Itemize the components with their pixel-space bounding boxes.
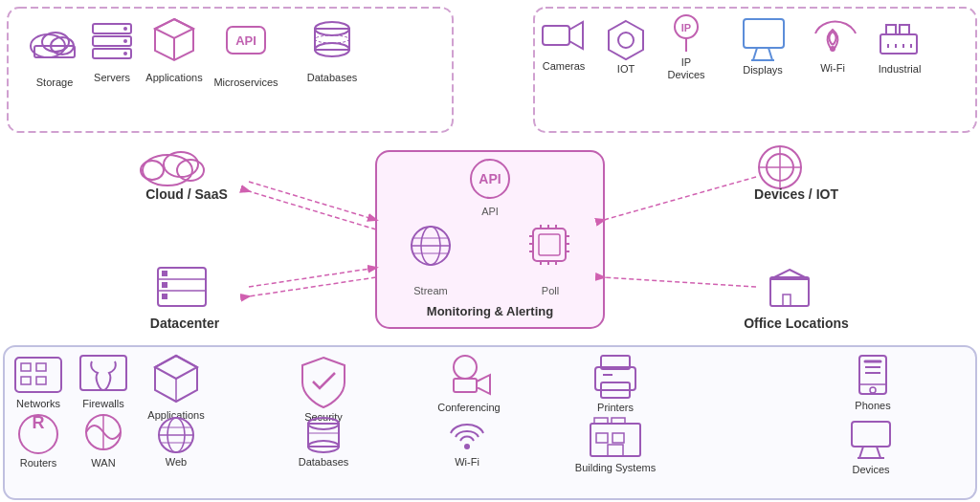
svg-text:Monitoring & Alerting: Monitoring & Alerting [427, 304, 553, 318]
svg-text:Databases: Databases [299, 456, 349, 468]
svg-rect-45 [886, 25, 896, 34]
svg-text:Firewalls: Firewalls [82, 398, 124, 409]
svg-point-22 [315, 43, 349, 56]
svg-text:Industrial: Industrial [879, 63, 922, 75]
svg-rect-143 [601, 356, 630, 369]
svg-text:Building Systems: Building Systems [575, 462, 657, 473]
svg-point-64 [759, 146, 801, 188]
svg-point-23 [315, 35, 349, 43]
svg-point-52 [143, 155, 192, 186]
svg-point-124 [159, 418, 193, 452]
svg-point-10 [123, 39, 127, 43]
svg-rect-161 [852, 422, 890, 447]
svg-rect-26 [543, 26, 569, 45]
svg-rect-154 [859, 356, 886, 394]
svg-rect-150 [596, 433, 608, 443]
svg-line-162 [859, 447, 863, 458]
svg-text:Wi-Fi: Wi-Fi [455, 456, 479, 468]
svg-marker-14 [155, 19, 193, 38]
svg-text:Stream: Stream [413, 285, 447, 296]
svg-text:Poll: Poll [542, 285, 559, 296]
svg-marker-27 [569, 22, 583, 49]
svg-rect-7 [93, 36, 131, 46]
svg-point-2 [42, 33, 69, 52]
svg-point-77 [412, 227, 450, 265]
svg-text:API: API [481, 206, 499, 217]
svg-point-131 [308, 418, 339, 429]
svg-text:Servers: Servers [94, 72, 130, 83]
svg-text:Printers: Printers [597, 402, 634, 413]
svg-point-78 [421, 227, 440, 265]
svg-rect-149 [612, 418, 625, 424]
svg-text:Devices: Devices [667, 69, 705, 80]
svg-rect-106 [15, 358, 61, 392]
svg-rect-62 [162, 294, 167, 299]
svg-rect-0 [8, 8, 453, 132]
svg-point-74 [471, 160, 509, 198]
svg-text:Storage: Storage [36, 76, 74, 88]
svg-line-163 [877, 447, 880, 458]
svg-point-53 [164, 152, 198, 177]
svg-text:Microservices: Microservices [213, 76, 278, 88]
svg-rect-71 [783, 295, 791, 306]
svg-line-39 [768, 48, 772, 60]
svg-line-100 [249, 191, 376, 229]
svg-rect-105 [4, 346, 976, 499]
svg-text:Databases: Databases [307, 72, 358, 83]
svg-rect-73 [376, 151, 604, 328]
svg-text:Devices: Devices [852, 464, 890, 475]
svg-rect-8 [93, 49, 131, 58]
svg-text:Routers: Routers [20, 457, 57, 469]
svg-rect-17 [227, 27, 265, 54]
svg-text:Datacenter: Datacenter [150, 316, 220, 331]
svg-rect-21 [315, 29, 349, 50]
svg-rect-132 [308, 424, 339, 447]
svg-line-38 [753, 48, 757, 60]
svg-rect-57 [158, 268, 206, 306]
svg-line-104 [604, 277, 756, 287]
svg-point-133 [308, 441, 339, 452]
svg-text:Phones: Phones [855, 400, 891, 411]
svg-text:IP: IP [681, 56, 691, 68]
svg-point-112 [19, 415, 57, 453]
svg-text:IOT: IOT [617, 63, 635, 75]
svg-text:Cloud / SaaS: Cloud / SaaS [145, 186, 228, 202]
svg-text:Networks: Networks [16, 398, 60, 409]
svg-text:Security: Security [304, 411, 343, 423]
svg-text:Applications: Applications [147, 409, 205, 421]
svg-text:API: API [479, 171, 501, 186]
svg-rect-37 [744, 19, 784, 48]
svg-point-32 [675, 15, 698, 38]
svg-point-11 [123, 52, 127, 55]
svg-rect-4 [34, 46, 75, 57]
svg-text:Devices / IOT: Devices / IOT [754, 186, 838, 202]
svg-rect-6 [93, 24, 131, 33]
svg-point-30 [618, 33, 634, 48]
svg-rect-107 [21, 363, 31, 371]
svg-rect-148 [594, 418, 608, 424]
svg-marker-70 [770, 270, 809, 279]
svg-text:Web: Web [166, 456, 187, 468]
svg-marker-13 [155, 19, 193, 60]
svg-point-1 [31, 34, 65, 57]
svg-rect-44 [880, 34, 917, 54]
svg-rect-84 [539, 234, 560, 255]
svg-rect-69 [770, 277, 809, 306]
main-container: Storage Servers Applications API Microse… [0, 0, 980, 502]
svg-point-159 [870, 387, 876, 393]
svg-rect-147 [590, 424, 640, 456]
svg-point-42 [830, 46, 835, 52]
diagram-svg: Storage Servers Applications API Microse… [0, 0, 980, 502]
svg-rect-108 [36, 363, 46, 371]
svg-marker-138 [477, 375, 490, 394]
svg-text:Office Locations: Office Locations [744, 316, 849, 331]
svg-rect-109 [21, 377, 31, 384]
svg-point-9 [123, 27, 127, 31]
svg-point-117 [86, 415, 121, 449]
svg-rect-144 [601, 382, 630, 398]
svg-text:WAN: WAN [91, 457, 115, 469]
svg-point-125 [167, 418, 185, 452]
svg-text:Wi-Fi: Wi-Fi [820, 62, 845, 74]
svg-line-102 [249, 277, 376, 296]
svg-rect-137 [454, 379, 477, 392]
